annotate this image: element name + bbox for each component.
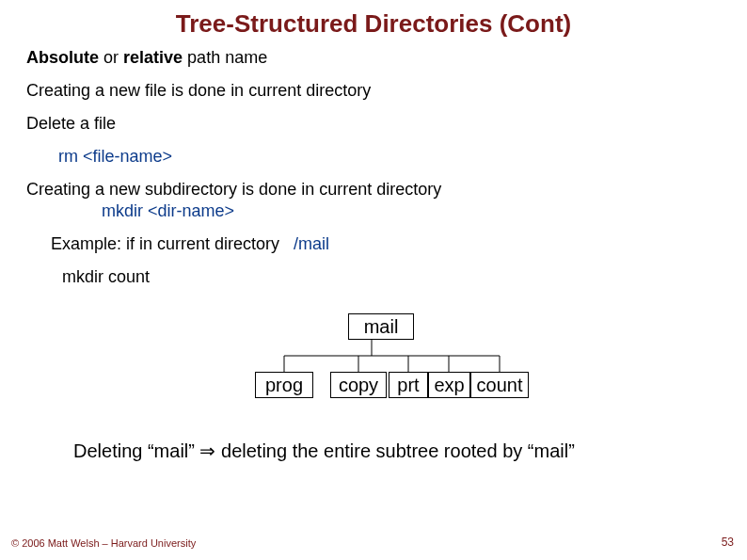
text-absolute: Absolute <box>26 48 99 67</box>
text-newsubdir: Creating a new subdirectory is done in c… <box>26 180 747 200</box>
tree-node-copy: copy <box>330 372 387 398</box>
text-example-prefix: Example: if in current directory <box>51 234 279 253</box>
text-newfile: Creating a new file is done in current d… <box>26 81 747 101</box>
slide-body: Absolute or relative path name Creating … <box>0 48 747 287</box>
cmd-rm: rm <file-name> <box>58 147 747 167</box>
cmd-mkdir-count: mkdir count <box>62 267 747 287</box>
text-deleting-subtree: Deleting “mail” ⇒ deleting the entire su… <box>73 440 747 462</box>
text-or: or <box>103 48 123 67</box>
text-pathname: Absolute or relative path name <box>26 48 747 68</box>
slide-title: Tree-Structured Directories (Cont) <box>0 0 747 39</box>
text-pathname-tail: path name <box>187 48 267 67</box>
text-example: Example: if in current directory /mail <box>51 234 747 254</box>
footer-copyright: © 2006 Matt Welsh – Harvard University <box>11 537 196 549</box>
text-relative: relative <box>123 48 183 67</box>
tree-node-count: count <box>470 372 529 398</box>
footer-page: 53 <box>722 536 734 549</box>
tree-node-prt: prt <box>389 372 428 398</box>
tree-diagram: mail prog copy prt exp count <box>0 313 747 426</box>
slide: Tree-Structured Directories (Cont) Absol… <box>0 0 747 560</box>
tree-node-mail: mail <box>348 313 414 340</box>
cmd-mkdir: mkdir <dir-name> <box>102 201 747 221</box>
text-deletefile: Delete a file <box>26 114 747 134</box>
tree-node-prog: prog <box>255 372 313 398</box>
text-example-path: /mail <box>294 234 329 254</box>
tree-node-exp: exp <box>428 372 470 398</box>
